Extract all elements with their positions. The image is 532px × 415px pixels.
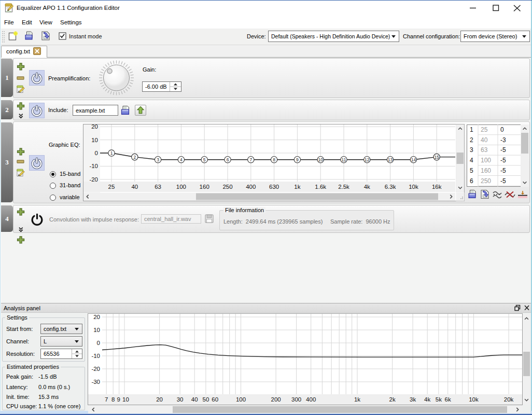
svg-text:-5: -5 [500, 167, 506, 174]
svg-text:-5: -5 [500, 177, 506, 185]
svg-text:6k: 6k [445, 396, 451, 403]
svg-text:Instant mode: Instant mode [69, 33, 102, 39]
svg-text:25: 25 [108, 184, 115, 190]
svg-text:3k: 3k [410, 396, 416, 403]
svg-text:2k: 2k [389, 396, 396, 403]
svg-text:10: 10 [122, 396, 129, 403]
svg-text:20: 20 [91, 124, 98, 130]
svg-text:400: 400 [246, 184, 256, 190]
svg-text:9: 9 [117, 396, 120, 403]
svg-text:0: 0 [95, 150, 98, 156]
svg-text:63: 63 [481, 146, 488, 154]
svg-text:100: 100 [236, 396, 246, 403]
svg-text:10k: 10k [409, 184, 418, 190]
svg-text:40: 40 [191, 396, 198, 403]
svg-text:400: 400 [306, 396, 316, 403]
svg-text:-5: -5 [500, 157, 506, 164]
svg-text:100: 100 [176, 184, 186, 190]
svg-text:25: 25 [481, 126, 488, 133]
svg-text:10k: 10k [469, 396, 479, 403]
svg-text:5: 5 [203, 157, 206, 162]
svg-text:13: 13 [388, 157, 393, 162]
svg-text:1k: 1k [294, 184, 300, 190]
svg-text:-10: -10 [91, 353, 100, 359]
svg-text:-20: -20 [91, 366, 100, 372]
svg-text:300: 300 [291, 396, 301, 403]
svg-text:20: 20 [156, 396, 163, 403]
svg-text:2: 2 [470, 136, 473, 144]
svg-text:1: 1 [110, 150, 113, 156]
svg-text:40: 40 [131, 184, 138, 190]
svg-text:6: 6 [470, 177, 473, 185]
svg-text:3: 3 [157, 157, 159, 162]
svg-text:100: 100 [481, 157, 491, 164]
svg-text:-30: -30 [91, 379, 100, 385]
svg-text:60: 60 [212, 396, 218, 403]
svg-text:160: 160 [200, 184, 209, 190]
svg-text:2.5k: 2.5k [338, 184, 349, 190]
svg-text:1.6k: 1.6k [315, 184, 326, 190]
svg-text:63: 63 [155, 184, 161, 190]
svg-text:6: 6 [227, 157, 229, 162]
svg-text:5: 5 [470, 167, 473, 174]
svg-text:2: 2 [133, 155, 136, 160]
svg-text:-10: -10 [89, 163, 98, 169]
svg-text:20k: 20k [504, 396, 514, 403]
svg-text:-3: -3 [500, 136, 506, 144]
svg-text:10: 10 [318, 157, 323, 162]
svg-text:630: 630 [269, 184, 279, 190]
svg-text:8: 8 [111, 396, 115, 403]
svg-text:1k: 1k [354, 396, 360, 403]
svg-text:250: 250 [222, 184, 232, 190]
svg-text:10: 10 [91, 137, 98, 143]
svg-text:30: 30 [177, 396, 184, 403]
svg-text:40: 40 [481, 136, 488, 144]
svg-text:6.3k: 6.3k [385, 184, 396, 190]
svg-text:3: 3 [470, 146, 473, 154]
svg-text:5k: 5k [436, 396, 442, 403]
svg-text:15: 15 [434, 155, 439, 160]
svg-text:4: 4 [180, 157, 183, 162]
svg-text:10: 10 [93, 327, 100, 333]
svg-text:0: 0 [500, 126, 504, 133]
svg-text:11: 11 [342, 157, 346, 162]
svg-text:160: 160 [481, 167, 491, 174]
svg-text:-20: -20 [89, 176, 98, 183]
svg-text:4: 4 [470, 157, 473, 164]
svg-text:16k: 16k [432, 184, 442, 190]
svg-text:0: 0 [97, 340, 100, 346]
svg-text:50: 50 [203, 396, 209, 403]
svg-text:8: 8 [273, 157, 275, 162]
svg-text:200: 200 [271, 396, 281, 403]
svg-text:7: 7 [249, 157, 252, 162]
svg-text:9: 9 [296, 157, 299, 162]
svg-text:20: 20 [93, 314, 100, 320]
svg-text:4k: 4k [424, 396, 430, 403]
svg-text:14: 14 [411, 157, 416, 162]
svg-text:250: 250 [481, 177, 491, 185]
svg-text:4k: 4k [364, 184, 370, 190]
svg-text:12: 12 [365, 157, 370, 162]
svg-text:1: 1 [470, 126, 473, 133]
svg-text:-5: -5 [500, 146, 506, 154]
svg-text:7: 7 [105, 396, 108, 403]
